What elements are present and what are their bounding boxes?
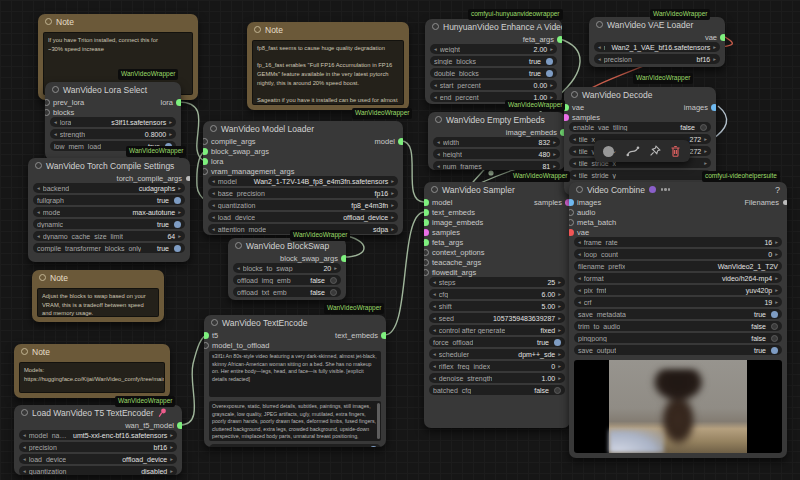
increment-arrow-icon[interactable]: ▸ bbox=[334, 265, 337, 271]
feta_args-input-slot[interactable] bbox=[424, 239, 429, 246]
blocks_to_swap-widget[interactable]: ◂blocks_to_swap20▸ bbox=[233, 263, 341, 273]
enable_vae_tiling-toggle[interactable]: enable_vae_tilingfalse bbox=[569, 122, 711, 132]
decrement-arrow-icon[interactable]: ◂ bbox=[434, 94, 437, 100]
increment-arrow-icon[interactable]: ▸ bbox=[550, 82, 553, 88]
increment-arrow-icon[interactable]: ▸ bbox=[704, 160, 707, 166]
image_embeds-input-slot[interactable] bbox=[424, 219, 429, 226]
context_options-input-slot[interactable] bbox=[424, 249, 429, 256]
wanvideo-torch-compile-settings-node[interactable]: WanVideo Torch Compile Settingstorch_com… bbox=[28, 158, 190, 262]
images-input-slot[interactable] bbox=[569, 199, 574, 206]
link-style-icon[interactable] bbox=[626, 145, 640, 157]
increment-arrow-icon[interactable]: ▸ bbox=[553, 151, 556, 157]
block_swap_args-input-slot[interactable] bbox=[203, 148, 208, 155]
increment-arrow-icon[interactable]: ▸ bbox=[558, 363, 561, 369]
collapse-icon[interactable] bbox=[432, 23, 439, 30]
increment-arrow-icon[interactable]: ▸ bbox=[558, 303, 561, 309]
crf-widget[interactable]: ◂crf19▸ bbox=[574, 297, 782, 307]
decrement-arrow-icon[interactable]: ◂ bbox=[23, 456, 26, 462]
increment-arrow-icon[interactable]: ▸ bbox=[391, 226, 394, 232]
decrement-arrow-icon[interactable]: ◂ bbox=[437, 163, 440, 169]
collapse-icon[interactable] bbox=[431, 186, 438, 193]
dynamic-toggle[interactable]: dynamictrue bbox=[33, 219, 185, 229]
text_embeds-output-slot[interactable] bbox=[381, 332, 386, 339]
model-input-slot[interactable] bbox=[424, 199, 429, 206]
increment-arrow-icon[interactable]: ▸ bbox=[558, 351, 561, 357]
decrement-arrow-icon[interactable]: ◂ bbox=[37, 233, 40, 239]
vram_management_args-input-slot[interactable] bbox=[203, 168, 208, 175]
block_swap_args-output-slot[interactable] bbox=[341, 255, 346, 262]
prev_lora-input-slot[interactable] bbox=[45, 99, 50, 106]
shift-widget[interactable]: ◂shift5.00▸ bbox=[429, 301, 565, 311]
decrement-arrow-icon[interactable]: ◂ bbox=[437, 139, 440, 145]
precision-widget[interactable]: ◂precisionbf16▸ bbox=[19, 442, 177, 452]
collapse-icon[interactable] bbox=[52, 86, 59, 93]
increment-arrow-icon[interactable]: ▸ bbox=[178, 233, 181, 239]
increment-arrow-icon[interactable]: ▸ bbox=[713, 56, 716, 62]
save_output-toggle[interactable]: save_outputtrue bbox=[574, 345, 782, 355]
pix_fmt-widget[interactable]: ◂pix_fmtyuv420p▸ bbox=[574, 285, 782, 295]
note-text[interactable]: Adjust the blocks to swap based on your … bbox=[37, 288, 159, 317]
collapse-icon[interactable] bbox=[435, 116, 442, 123]
decrement-arrow-icon[interactable]: ◂ bbox=[54, 131, 57, 137]
pingpong-toggle[interactable]: pingpongfalse bbox=[574, 333, 782, 343]
decrement-arrow-icon[interactable]: ◂ bbox=[433, 375, 436, 381]
decrement-arrow-icon[interactable]: ◂ bbox=[578, 299, 581, 305]
trim_to_audio-toggle[interactable]: trim_to_audiofalse bbox=[574, 321, 782, 331]
vae-output-slot[interactable] bbox=[720, 34, 725, 41]
increment-arrow-icon[interactable]: ▸ bbox=[713, 44, 716, 50]
decrement-arrow-icon[interactable]: ◂ bbox=[598, 44, 601, 50]
format-widget[interactable]: ◂formatvideo/h264-mp4▸ bbox=[574, 273, 782, 283]
collapse-icon[interactable] bbox=[596, 21, 603, 28]
increment-arrow-icon[interactable]: ▸ bbox=[553, 139, 556, 145]
increment-arrow-icon[interactable]: ▸ bbox=[775, 275, 778, 281]
increment-arrow-icon[interactable]: ▸ bbox=[169, 119, 172, 125]
increment-arrow-icon[interactable]: ▸ bbox=[178, 209, 181, 215]
tile_stride_y-widget[interactable]: ◂tile_stride_y▸ bbox=[569, 170, 711, 180]
lora-widget[interactable]: ◂loras3lf1t.safetensors▸ bbox=[50, 117, 176, 127]
increment-arrow-icon[interactable]: ▸ bbox=[550, 46, 553, 52]
wanvideo-textencode-node[interactable]: WanVideo TextEncodet5text_embedsmodel_to… bbox=[204, 315, 386, 447]
images-output-slot[interactable] bbox=[711, 104, 716, 111]
base_precision-widget[interactable]: ◂base_precisionfp16▸ bbox=[208, 188, 398, 198]
increment-arrow-icon[interactable]: ▸ bbox=[170, 432, 173, 438]
num_frames-widget[interactable]: ◂num_frames81▸ bbox=[433, 161, 560, 170]
increment-arrow-icon[interactable]: ▸ bbox=[391, 214, 394, 220]
decrement-arrow-icon[interactable]: ◂ bbox=[212, 226, 215, 232]
decrement-arrow-icon[interactable]: ◂ bbox=[434, 82, 437, 88]
increment-arrow-icon[interactable]: ▸ bbox=[558, 279, 561, 285]
collapse-icon[interactable] bbox=[571, 91, 578, 98]
audio-input-slot[interactable] bbox=[569, 209, 574, 216]
collapse-icon[interactable] bbox=[210, 125, 217, 132]
increment-arrow-icon[interactable]: ▸ bbox=[775, 299, 778, 305]
note-models-node[interactable]: NoteModels: https://huggingface.co/Kijai… bbox=[14, 344, 170, 398]
menu-dots-icon[interactable] bbox=[660, 188, 671, 191]
model-widget[interactable]: ◂modelWan2_1-T2V-14B_fp8_e4m3fn.safetens… bbox=[208, 176, 398, 186]
start_percent-widget[interactable]: ◂start_percent0.00▸ bbox=[430, 80, 557, 90]
t5-input-slot[interactable] bbox=[204, 332, 209, 339]
decrement-arrow-icon[interactable]: ◂ bbox=[212, 202, 215, 208]
single_blocks-toggle[interactable]: single_blockstrue bbox=[430, 56, 557, 66]
wanvideo-blockswap-node[interactable]: WanVideo BlockSwapblock_swap_args◂blocks… bbox=[228, 238, 346, 300]
text_embeds-input-slot[interactable] bbox=[424, 209, 429, 216]
model-output-slot[interactable] bbox=[398, 138, 403, 145]
prompt-textarea[interactable]: s3lf1t An 80s-style video featuring a ve… bbox=[209, 351, 381, 397]
decrement-arrow-icon[interactable]: ◂ bbox=[433, 303, 436, 309]
increment-arrow-icon[interactable]: ▸ bbox=[391, 202, 394, 208]
decrement-arrow-icon[interactable]: ◂ bbox=[573, 160, 576, 166]
increment-arrow-icon[interactable]: ▸ bbox=[775, 287, 778, 293]
collapse-icon[interactable] bbox=[21, 409, 28, 416]
decrement-arrow-icon[interactable]: ◂ bbox=[573, 136, 576, 142]
collapse-icon[interactable] bbox=[21, 348, 28, 355]
height-widget[interactable]: ◂height480▸ bbox=[433, 149, 560, 159]
lora-input-slot[interactable] bbox=[203, 158, 208, 165]
increment-arrow-icon[interactable]: ▸ bbox=[391, 190, 394, 196]
force_offload-toggle[interactable]: force_offloadtrue bbox=[429, 337, 565, 347]
force_offload-toggle[interactable]: force_offloadtrue bbox=[209, 444, 381, 447]
collapse-icon[interactable] bbox=[45, 18, 52, 25]
decrement-arrow-icon[interactable]: ◂ bbox=[212, 178, 215, 184]
comfyui-canvas[interactable]: NoteIf you have Triton installed, connec… bbox=[0, 0, 800, 480]
increment-arrow-icon[interactable]: ▸ bbox=[558, 291, 561, 297]
increment-arrow-icon[interactable]: ▸ bbox=[558, 375, 561, 381]
decrement-arrow-icon[interactable]: ◂ bbox=[578, 239, 581, 245]
decrement-arrow-icon[interactable]: ◂ bbox=[23, 444, 26, 450]
